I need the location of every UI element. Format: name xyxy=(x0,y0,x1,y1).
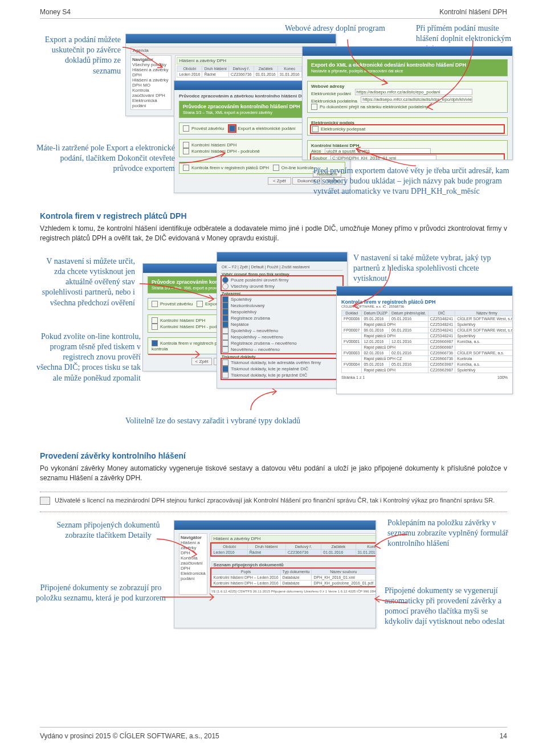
section-2-note-text: Uživatelé s licencí na mezinárodní DPH s… xyxy=(55,497,495,504)
annot-f2-tr: V nastavení si také můžete vybrat, jaký … xyxy=(353,253,513,284)
section-2-note: Uživatelé s licencí na mezinárodní DPH s… xyxy=(40,497,507,504)
sec-zobrazeni: Zobrazení xyxy=(222,292,342,296)
chk-spol[interactable]: Spolehlivý xyxy=(231,296,251,301)
chk-t2[interactable]: Tiskmout doklady, kde je neplatné DIČ xyxy=(231,366,308,371)
figure-zaverka: Seznam připojených dokumentů zobrazíte t… xyxy=(40,520,507,645)
export-sub: Nastavte a připravte, podepis a zpracová… xyxy=(311,69,403,73)
chk-nesp-no[interactable]: Nespolehlivý – neověřeno xyxy=(231,334,283,339)
chk-online[interactable]: On-line kontrola xyxy=(281,165,313,170)
chk-kh[interactable]: Kontrolní hlášení DPH xyxy=(191,142,236,148)
wizb-zpet[interactable]: < Zpět xyxy=(191,358,213,365)
attach-table: PopisTyp dokumentuNázev souboruKbPodpis … xyxy=(211,569,376,586)
sec-tisk: Tiskmout doklady xyxy=(222,355,342,359)
section-1-para: Vzhledem k tomu, že kontrolní hlášení id… xyxy=(40,224,507,244)
annot-mid-right: Před prvním exportem datové věty je třeb… xyxy=(313,166,513,197)
section-1-title: Kontrola firem v registrech plátců DPH xyxy=(40,211,507,220)
annot-f2-tl: V nastavení si můžete určit, zda chcete … xyxy=(35,256,135,308)
nav-item: Elektronická podání xyxy=(132,98,170,108)
book-icon xyxy=(40,497,50,505)
screenshot-nastaveni-tisku: OK – F2 | Zpět | Default | Použít | Zruš… xyxy=(217,252,348,389)
annot-f3-tl: Seznam připojených dokumentů zobrazíte t… xyxy=(51,520,165,541)
figure-export-wizard: Export a podání můžete uskutečnit po záv… xyxy=(40,29,507,194)
chk-nesp[interactable]: Nespolehlivý xyxy=(231,309,256,314)
sec-webove: Webové adresy xyxy=(311,84,504,89)
chk-neo-no[interactable]: Neověřeno – neověřeno xyxy=(231,346,280,352)
sec-podpis: Elektronický podpis xyxy=(311,120,504,125)
lbl-elpodani: Elektronické podání xyxy=(311,91,351,96)
header-right: Kontrolní hlášení DPH xyxy=(439,8,507,16)
screenshot-export-dialog: Export do XML a elektronické odeslání ko… xyxy=(302,46,513,160)
chk-t1[interactable]: Tiskmout doklady, kde adresáta ověřen fi… xyxy=(231,359,321,365)
report-sub: CÍGLER SOFTWARE, a.s. IČ : 25568736 xyxy=(341,305,508,308)
chk-nepl[interactable]: Neplátce xyxy=(231,321,249,326)
sec-uroven: Výběr úrovně firem pro tisk sestavy xyxy=(222,272,342,276)
val-soubor[interactable]: C:\DPH\DPH_KH_2016_01.xml xyxy=(330,155,436,160)
nav3-item: Elektronická podání xyxy=(181,571,206,581)
nav-item: Kontrola zaúčtování DPH xyxy=(132,88,170,98)
screenshot-final: Navigátor Hlášení a závěrky DPH Kontrola… xyxy=(174,520,376,628)
annot-f3-bl: Připojené dokumenty se zobrazují pro pol… xyxy=(35,583,166,603)
lbl-akce: Akce xyxy=(311,149,321,154)
tb-cancel[interactable]: Zrušit nastavení xyxy=(281,265,310,269)
chk-kh-detail[interactable]: Kontrolní hlášení DPH - podrobně xyxy=(191,149,260,154)
section-2-title: Provedení závěrky kontrolního hlášení xyxy=(40,451,507,460)
annot-f3-br: Připojené dokumenty se vygenerují automa… xyxy=(385,586,513,627)
attach-title: Seznam připojených dokumentů xyxy=(211,561,376,569)
lbl-soubor: Soubor xyxy=(312,156,327,160)
radio-lastlevel[interactable]: Pouze poslední úroveň firmy xyxy=(231,277,288,282)
chk-t3[interactable]: Tiskmout doklady, kde je prázdné DIČ xyxy=(231,372,307,377)
chk-ds[interactable]: Po dokončení přejít na stránku elektroni… xyxy=(320,104,428,109)
radio-alllevels[interactable]: Všechny úrovně firmy xyxy=(231,283,275,288)
chk-zaverka[interactable]: Provést závěrku xyxy=(191,126,224,131)
lbl-elpodatelna: Elektronická podatelna xyxy=(311,99,357,104)
annot-f2-bl: Pokud zvolíte on-line kontrolu, program … xyxy=(35,332,141,383)
val-elpodatelna[interactable]: https://adisepo.mfcr.cz/adistc/adis/idpr… xyxy=(361,96,472,103)
footer-page: 14 xyxy=(500,732,507,740)
chk-spol-no[interactable]: Spolehlivý – neověřeno xyxy=(231,328,278,333)
annot-f3-tr: Poklepáním na položku závěrky v seznamu … xyxy=(387,518,513,549)
chk-export[interactable]: Export a elektronické podání xyxy=(238,126,295,131)
export-title: Export do XML a elektronické odeslání ko… xyxy=(311,62,466,68)
statusbar: YE [1.6.12.4225] CSWTFS 26.11.2015 Připo… xyxy=(211,590,376,593)
wizard-step-title: Průvodce zpracováním kontrolního hlášení… xyxy=(183,104,300,109)
section-2-para: Po vykonání závěrky Money automaticky vy… xyxy=(40,464,507,484)
report-table: DokladDatum DUZPDatum plnění/uplat.DIČNá… xyxy=(341,310,513,373)
wizb-chk1[interactable]: Provést závěrku xyxy=(160,301,193,306)
nav-item: Všechny položky xyxy=(132,62,170,67)
screenshot-report: Kontrola firem v registrech plátců DPH C… xyxy=(336,286,513,394)
nav-item: Hlášení a závěrky DPH MO xyxy=(132,77,170,88)
wizard-step-sub: Strana 3/3 – Tisk, XML export a proveden… xyxy=(183,111,272,115)
sec-kh: Kontrolní hlášení DPH xyxy=(311,143,504,148)
annot-mid-left: Máte-li zatržené pole Export a elektroni… xyxy=(35,143,175,174)
chk-firm[interactable]: Kontrola firem v registrech plátců DPH xyxy=(191,165,269,170)
val-akce[interactable]: uložit a spustit Test01 xyxy=(325,148,431,154)
chk-sign[interactable]: Elektronicky podepsat xyxy=(321,126,365,132)
figure-kontrola-firem: V nastavení si můžete určit, zda chcete … xyxy=(40,252,507,423)
report-footer-page: Stránka 1 z 1 xyxy=(341,375,365,379)
tb-use[interactable]: Použít xyxy=(267,265,278,269)
grid3-title: Hlášení a závěrky DPH xyxy=(211,535,376,542)
nav3-item: Kontrola zaúčtování DPH xyxy=(181,555,206,571)
annot-top-left: Export a podání můžete uskutečnit po záv… xyxy=(35,35,121,76)
btn-zpet[interactable]: < Zpět xyxy=(268,177,291,185)
nav-title: Navigátor xyxy=(132,57,170,62)
report-footer-zoom: 100% xyxy=(497,375,508,379)
footer-left: Vydáno v prosinci 2015 © CÍGLER SOFTWARE… xyxy=(40,732,219,740)
tb-zpet[interactable]: Zpět xyxy=(240,265,248,269)
val-elpodani[interactable]: https://adisepo.mfcr.cz/adistc/epo_podan… xyxy=(355,89,472,95)
nav3-item: Hlášení a závěrky DPH xyxy=(181,540,206,555)
chk-regzr-no[interactable]: Registrace zrušena – neověřeno xyxy=(231,340,297,345)
tb-ok[interactable]: OK – F2 xyxy=(222,265,236,269)
menubar: Agenda xyxy=(130,47,331,54)
nav-item: Hlášení a závěrky DPH xyxy=(132,67,170,77)
chk-nezk[interactable]: Nezkontrolovaný xyxy=(231,303,265,308)
annot-f2-b: Volitelně lze do sestavy zařadit i vybra… xyxy=(125,416,308,426)
grid3-table: ObdobíDruh hlášeníDaňový ř.ZačátekKonecU… xyxy=(211,543,376,555)
report-title: Kontrola firem v registrech plátců DPH xyxy=(341,299,508,305)
tb-def[interactable]: Default xyxy=(251,265,264,269)
header-left: Money S4 xyxy=(40,8,71,16)
wizb-chk3[interactable]: Kontrolní hlášení DPH xyxy=(160,317,205,322)
chk-regzr[interactable]: Registrace zrušena xyxy=(231,315,270,320)
nav3-title: Navigátor xyxy=(181,535,206,540)
